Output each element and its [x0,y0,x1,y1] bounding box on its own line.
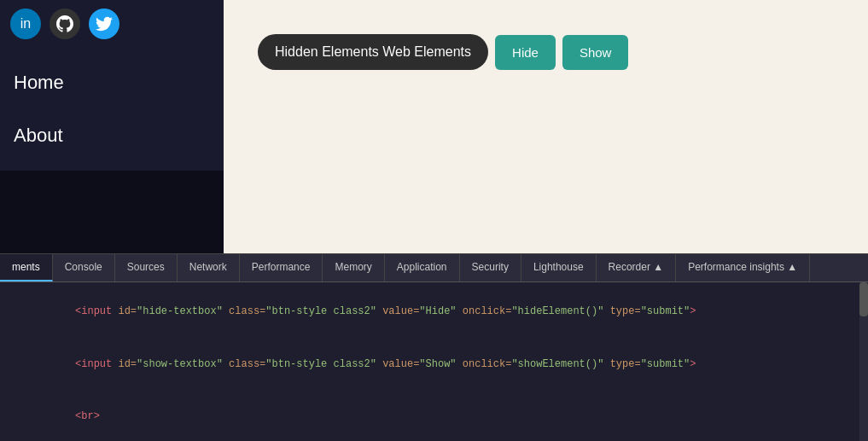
tab-performance-insights[interactable]: Performance insights ▲ [676,254,810,281]
code-line-2: <input id="show-textbox" class="btn-styl… [0,339,868,392]
sidebar: in Home About [0,0,224,253]
sidebar-item-about[interactable]: About [0,109,224,162]
tab-elements[interactable]: ments [0,254,53,281]
scrollbar-thumb[interactable] [859,282,868,316]
devtools-content[interactable]: <input id="hide-textbox" class="btn-styl… [0,282,868,441]
tab-sources[interactable]: Sources [115,254,178,281]
linkedin-icon[interactable]: in [10,9,41,39]
scrollbar-track[interactable] [859,282,868,441]
sidebar-icons: in [0,0,224,48]
sidebar-dark-block [0,171,224,253]
twitter-icon[interactable] [89,9,119,39]
tab-performance[interactable]: Performance [240,254,323,281]
sidebar-item-home[interactable]: Home [0,56,224,109]
tab-console[interactable]: Console [53,254,115,281]
github-icon[interactable] [50,9,80,39]
devtools-tabs: ments Console Sources Network Performanc… [0,254,868,282]
demo-label: Hidden Elements Web Elements [258,34,488,70]
main-content: Hidden Elements Web Elements Hide Show [224,0,868,253]
tab-recorder[interactable]: Recorder ▲ [597,254,677,281]
code-line-1: <input id="hide-textbox" class="btn-styl… [0,286,868,339]
hide-button[interactable]: Hide [495,35,556,70]
sidebar-nav: Home About [0,48,224,171]
tab-memory[interactable]: Memory [323,254,384,281]
demo-widget: Hidden Elements Web Elements Hide Show [258,34,628,70]
code-line-3: <br> [0,391,868,441]
tab-application[interactable]: Application [385,254,460,281]
tab-network[interactable]: Network [178,254,240,281]
tab-lighthouse[interactable]: Lighthouse [521,254,597,281]
devtools-panel: ments Console Sources Network Performanc… [0,253,868,441]
show-button[interactable]: Show [562,35,629,70]
tab-security[interactable]: Security [460,254,521,281]
